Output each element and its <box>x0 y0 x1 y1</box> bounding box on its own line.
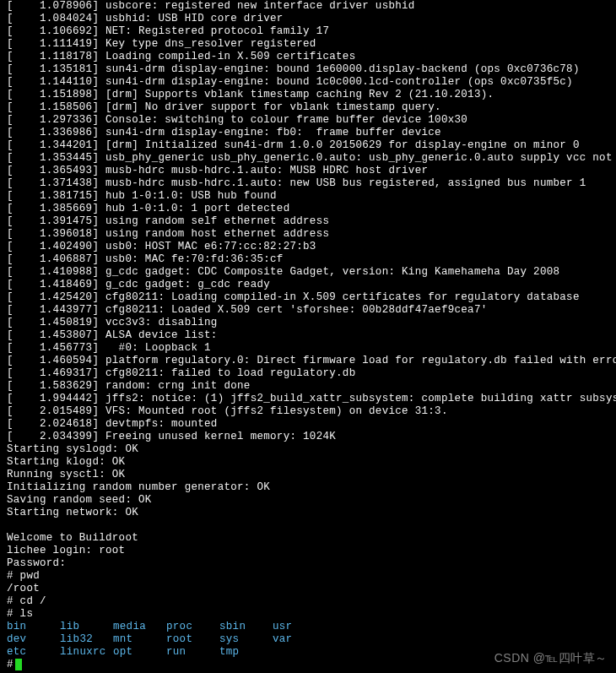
kernel-line: [ 1.385669] hub 1-0:1.0: 1 port detected <box>7 203 609 215</box>
ls-entry: media <box>113 621 166 633</box>
startup-line: Initializing random number generator: OK <box>7 481 609 494</box>
shell-cd: # cd / <box>7 595 609 608</box>
kernel-line: [ 1.425420] cfg80211: Loading compiled-i… <box>7 291 609 304</box>
startup-line: Running sysctl: OK <box>7 469 609 481</box>
startup-line: Starting syslogd: OK <box>7 443 609 456</box>
kernel-line: [ 1.583629] random: crng init done <box>7 380 609 393</box>
kernel-line: [ 1.353445] usb_phy_generic usb_phy_gene… <box>7 152 609 165</box>
kernel-line: [ 1.406887] usb0: MAC fe:70:fd:36:35:cf <box>7 253 609 266</box>
kernel-line: [ 1.469317] cfg80211: failed to load reg… <box>7 367 609 380</box>
kernel-line: [ 1.084024] usbhid: USB HID core driver <box>7 13 609 25</box>
cursor-block <box>15 659 22 670</box>
kernel-line: [ 1.418469] g_cdc gadget: g_cdc ready <box>7 279 609 291</box>
shell-pwd-out: /root <box>7 583 609 595</box>
kernel-line: [ 1.460594] platform regulatory.0: Direc… <box>7 355 609 367</box>
kernel-line: [ 1.158506] [drm] No driver support for … <box>7 101 609 114</box>
ls-entry: opt <box>113 646 166 659</box>
kernel-line: [ 1.994442] jffs2: notice: (1) jffs2_bui… <box>7 393 609 405</box>
kernel-log: [ 1.078906] usbcore: registered new inte… <box>7 0 609 443</box>
kernel-line: [ 1.135181] sun4i-drm display-engine: bo… <box>7 63 609 76</box>
ls-entry: sbin <box>219 621 273 633</box>
startup-line: Starting klogd: OK <box>7 456 609 469</box>
startup-log: Starting syslogd: OKStarting klogd: OKRu… <box>7 443 609 519</box>
kernel-line: [ 1.396018] using random host ethernet a… <box>7 228 609 241</box>
shell-pwd: # pwd <box>7 570 609 583</box>
kernel-line: [ 1.078906] usbcore: registered new inte… <box>7 0 609 13</box>
kernel-line: [ 1.453807] ALSA device list: <box>7 329 609 342</box>
prompt-text: # <box>7 659 14 671</box>
blank <box>7 519 609 532</box>
kernel-line: [ 1.344201] [drm] Initialized sun4i-drm … <box>7 139 609 152</box>
ls-entry: run <box>166 646 219 659</box>
ls-row: binlibmediaprocsbinusr <box>7 621 609 633</box>
watermark: CSDN @℡四叶草～ <box>494 652 608 665</box>
ls-entry: root <box>166 633 219 646</box>
ls-entry: lib <box>60 621 113 633</box>
kernel-line: [ 1.391475] using random self ethernet a… <box>7 215 609 228</box>
ls-entry: bin <box>7 621 60 633</box>
kernel-line: [ 1.118178] Loading compiled-in X.509 ce… <box>7 51 609 63</box>
ls-entry: sys <box>219 633 273 646</box>
kernel-line: [ 1.365493] musb-hdrc musb-hdrc.1.auto: … <box>7 165 609 177</box>
password-prompt: Password: <box>7 557 609 570</box>
shell-ls: # ls <box>7 608 609 621</box>
ls-entry: etc <box>7 646 60 659</box>
ls-row: devlib32mntrootsysvar <box>7 633 609 646</box>
ls-entry: tmp <box>219 646 273 659</box>
kernel-line: [ 2.024618] devtmpfs: mounted <box>7 418 609 431</box>
kernel-line: [ 1.144110] sun4i-drm display-engine: bo… <box>7 76 609 89</box>
kernel-line: [ 1.410988] g_cdc gadget: CDC Composite … <box>7 266 609 279</box>
kernel-line: [ 1.297336] Console: switching to colour… <box>7 114 609 127</box>
kernel-line: [ 1.371438] musb-hdrc musb-hdrc.1.auto: … <box>7 177 609 190</box>
kernel-line: [ 1.106692] NET: Registered protocol fam… <box>7 25 609 38</box>
kernel-line: [ 2.015489] VFS: Mounted root (jffs2 fil… <box>7 405 609 418</box>
kernel-line: [ 2.034399] Freeing unused kernel memory… <box>7 431 609 443</box>
kernel-line: [ 1.336986] sun4i-drm display-engine: fb… <box>7 127 609 139</box>
ls-entry <box>273 646 326 659</box>
login-prompt: lichee login: root <box>7 545 609 557</box>
kernel-line: [ 1.111419] Key type dns_resolver regist… <box>7 38 609 51</box>
ls-entry: linuxrc <box>60 646 113 659</box>
ls-entry: mnt <box>113 633 166 646</box>
ls-entry: dev <box>7 633 60 646</box>
welcome-line: Welcome to Buildroot <box>7 532 609 545</box>
kernel-line: [ 1.381715] hub 1-0:1.0: USB hub found <box>7 190 609 203</box>
ls-entry: var <box>273 633 326 646</box>
ls-entry: usr <box>273 621 326 633</box>
startup-line: Saving random seed: OK <box>7 494 609 507</box>
kernel-line: [ 1.456773] #0: Loopback 1 <box>7 342 609 355</box>
ls-entry: proc <box>166 621 219 633</box>
kernel-line: [ 1.450819] vcc3v3: disabling <box>7 317 609 329</box>
ls-entry: lib32 <box>60 633 113 646</box>
kernel-line: [ 1.402490] usb0: HOST MAC e6:77:cc:82:2… <box>7 241 609 253</box>
kernel-line: [ 1.151898] [drm] Supports vblank timest… <box>7 89 609 101</box>
startup-line: Starting network: OK <box>7 507 609 519</box>
kernel-line: [ 1.443977] cfg80211: Loaded X.509 cert … <box>7 304 609 317</box>
